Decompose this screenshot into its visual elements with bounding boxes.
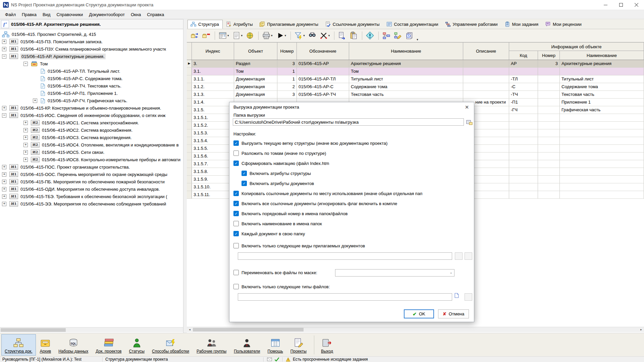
checkbox[interactable] [233, 270, 239, 275]
mail-icon[interactable] [267, 357, 272, 361]
tree-scroll-thumb[interactable] [1, 328, 66, 332]
dropdown-arrow-icon[interactable]: ▾ [303, 34, 305, 37]
filetypes-page-icon[interactable] [454, 293, 459, 298]
checkbox[interactable]: ✓ [233, 201, 239, 206]
menu-item[interactable]: Документооборот [86, 11, 128, 18]
expand-toggle-icon[interactable]: + [2, 180, 6, 184]
checkbox[interactable] [233, 284, 239, 289]
tab-attrs[interactable]: Атрибуты [223, 20, 257, 29]
column-header[interactable] [187, 43, 192, 60]
expand-toggle-icon[interactable]: + [2, 187, 6, 191]
expand-toggle-icon[interactable]: + [23, 121, 28, 125]
menu-item[interactable]: Файл [2, 11, 19, 18]
bb-processing-button[interactable]: Способы обработки [149, 334, 193, 356]
checkbox[interactable] [233, 221, 239, 226]
tree-item[interactable]: −И1015/06–415-ИОС. Сведения об инженерно… [0, 112, 183, 119]
checkbox[interactable]: ✓ [241, 181, 247, 186]
tab-attached[interactable]: Прилагаемые документы [256, 20, 322, 29]
checkbox[interactable] [233, 243, 239, 248]
menu-item[interactable]: Справочники [53, 11, 86, 18]
bb-statuses-button[interactable]: Статусы [125, 334, 148, 356]
filetypes-button[interactable] [465, 293, 472, 301]
column-header[interactable]: Наименование [560, 51, 644, 60]
tb-tree-nodes-button[interactable] [381, 31, 392, 41]
tb-globe-button[interactable] [245, 31, 255, 41]
collapse-toggle-icon[interactable]: − [23, 62, 28, 66]
tab-linked[interactable]: Ссылочные документы [322, 20, 383, 29]
tree-item[interactable]: +И1015/06–415-ПОС. Проект организации ст… [0, 163, 183, 171]
tree-item[interactable]: +И1015/06–415-ПЗ. Пояснительная записка. [0, 38, 183, 45]
scroll-right-button[interactable]: ▸ [638, 327, 644, 332]
checkbox[interactable]: ✓ [233, 161, 239, 166]
expand-toggle-icon[interactable]: + [2, 202, 6, 206]
bb-users-button[interactable]: Пользователи [230, 334, 263, 356]
tb-view-list-button[interactable]: ▾ [217, 31, 230, 41]
tree-item[interactable]: 015/06–415-АР-П1. Приложение 1. [0, 89, 183, 97]
bb-groups-button[interactable]: Рабочие группы [193, 334, 230, 356]
bb-exit-button[interactable]: Выход [318, 334, 336, 356]
checkbox[interactable]: ✓ [233, 140, 239, 146]
tb-print-button[interactable]: ▾ [261, 31, 274, 41]
tb-run-button[interactable]: ▾ [275, 31, 288, 41]
column-header[interactable]: Номер [277, 43, 297, 60]
bb-archive-button[interactable]: Архив [37, 334, 55, 356]
tb-check-diamond-button[interactable] [365, 31, 375, 41]
expand-toggle-icon[interactable]: + [2, 172, 6, 177]
attached-kinds-input[interactable] [238, 252, 452, 260]
table-row[interactable]: ▶3.Раздел3015/06–415-АРАрхитектурные реш… [187, 60, 644, 68]
tree-item[interactable]: +И2015/06–415-ИОС2. Система водоснабжени… [0, 126, 183, 134]
bb-datasets-button[interactable]: SQLНаборы данных [55, 334, 92, 356]
expand-toggle-icon[interactable]: + [23, 143, 28, 147]
bb-structure-button[interactable]: Структура док. [1, 334, 36, 356]
bb-help-button[interactable]: Помощь [264, 334, 286, 356]
close-button[interactable] [629, 0, 644, 10]
expand-toggle-icon[interactable]: + [23, 150, 28, 155]
filetypes-input[interactable] [238, 293, 452, 301]
column-header[interactable]: Описание [463, 43, 509, 60]
tb-collapse-structure-button[interactable] [201, 31, 212, 41]
column-header[interactable]: Индекс [192, 43, 234, 60]
tb-copy-doc-button[interactable] [337, 31, 347, 41]
menu-item[interactable]: Вид [40, 11, 54, 18]
tree-item[interactable]: +И1015/06–415-ООС. Перечень мероприятий … [0, 171, 183, 178]
navigate-function-button[interactable]: f [1, 20, 9, 28]
tree-item[interactable]: −Том [0, 60, 183, 67]
tb-tree-edit-button[interactable] [392, 31, 403, 41]
dropdown-arrow-icon[interactable]: ▾ [285, 34, 286, 37]
tree-item[interactable]: +И1015/06–415-ПБ. Мероприятия по обеспеч… [0, 178, 183, 185]
table-row[interactable]: 3.1.Том1Том [187, 68, 644, 75]
expand-toggle-icon[interactable]: + [33, 99, 37, 103]
tree-item[interactable]: 015/06–415-АР-ТЛ. Титульный лист. [0, 67, 183, 75]
grid-scroll-thumb[interactable] [193, 328, 304, 331]
column-header[interactable]: Объект [234, 43, 277, 60]
tree-item[interactable]: 015/06–415. Проспект Строителей, д. 415 [0, 31, 183, 38]
dropdown-arrow-icon[interactable]: ▾ [271, 34, 273, 37]
dropdown-arrow-icon[interactable]: ▾ [328, 34, 330, 37]
rename-mask-combo[interactable]: ⌄ [335, 269, 454, 277]
tree-item[interactable]: +И1015/06–415-КР. Конструктивные и объем… [0, 104, 183, 112]
tree-item[interactable]: +И2015/06–415-ИОС8. Контрольно-измерител… [0, 156, 183, 163]
cancel-button[interactable]: ✘ Отмена [438, 309, 469, 318]
tab-works[interactable]: Управление работами [442, 20, 501, 29]
table-row[interactable]: 3.1.2.Документация2015/06–415-АР-ССодерж… [187, 83, 644, 91]
minimize-button[interactable] [598, 0, 613, 10]
tree-item[interactable]: +015/06–415-АР-ГЧ. Графическая часть. [0, 97, 183, 104]
tree-item[interactable]: 015/06–415-АР-ТЧ. Текстовая часть. [0, 82, 183, 89]
scroll-left-button[interactable]: ◂ [187, 327, 193, 332]
column-header[interactable]: Обозначение [297, 43, 349, 60]
expand-toggle-icon[interactable]: + [2, 47, 6, 51]
tree-item[interactable]: +И2015/06–415-ИОС5. Сети связи. [0, 148, 183, 156]
table-row[interactable]: 3.1.1.Документация1015/06–415-АР-ТЛТитул… [187, 75, 644, 83]
checkbox[interactable]: ✓ [233, 211, 239, 216]
tb-history-button[interactable] [404, 31, 415, 41]
browse-folder-icon[interactable] [465, 118, 474, 126]
bb-projects-button[interactable]: Проекты [287, 334, 310, 356]
tree-item[interactable]: −И1015/06–415-АР. Архитектурные решения. [0, 53, 183, 60]
tab-tasks[interactable]: Мои задания [501, 20, 542, 29]
grid-horizontal-scrollbar[interactable]: ◂ ▸ [187, 327, 644, 332]
dropdown-arrow-icon[interactable]: ▾ [241, 34, 243, 37]
tab-composition[interactable]: Состав документации [383, 20, 442, 29]
tb-filter-button[interactable]: ▾ [293, 31, 306, 41]
tb-view-card-button[interactable]: ▾ [231, 31, 244, 41]
tree-item[interactable]: +И1015/06–415-ТБЭ. Требования к обеспече… [0, 193, 183, 200]
